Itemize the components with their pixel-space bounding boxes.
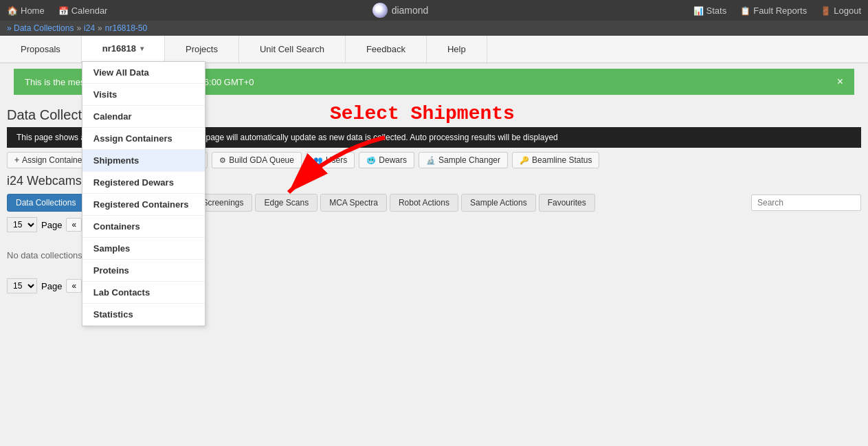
page-size-select-bottom[interactable]: 15 25 50 [7, 278, 37, 293]
assign-containers-label: Assign Containers [22, 155, 89, 165]
breadcrumb-data-collections[interactable]: » Data Collections [7, 23, 74, 33]
home-icon [7, 5, 18, 16]
dropdown-calendar[interactable]: Calendar [82, 106, 205, 128]
first-page-button[interactable]: « [66, 218, 82, 232]
build-gda-queue-label: Build GDA Queue [229, 155, 294, 165]
tab-proposals[interactable]: Proposals [0, 36, 82, 63]
home-label: Home [21, 5, 45, 16]
page-size-select[interactable]: 15 25 50 [7, 217, 37, 232]
beamline-status-button[interactable]: Beamline Status [512, 152, 599, 168]
sub-tab-edge-scans[interactable]: Edge Scans [255, 194, 318, 212]
dropdown-samples[interactable]: Samples [82, 238, 205, 260]
dewars-label: Dewars [379, 155, 407, 165]
search-input[interactable] [751, 194, 861, 211]
tab-nr16818[interactable]: nr16818 ▾ View All Data Visits Calendar … [82, 36, 165, 63]
sample-changer-label: Sample Changer [438, 155, 500, 165]
tab-projects[interactable]: Projects [165, 36, 239, 63]
logout-label: Logout [834, 5, 861, 16]
tab-nr16818-label: nr16818 [102, 43, 136, 54]
fault-icon [740, 5, 750, 16]
home-link[interactable]: Home [7, 5, 45, 16]
calendar-link[interactable]: Calendar [58, 5, 108, 16]
tab-feedback[interactable]: Feedback [346, 36, 427, 63]
dropdown-registered-containers[interactable]: Registered Containers [82, 194, 205, 216]
dropdown-containers[interactable]: Containers [82, 216, 205, 238]
tab-unit-cell-search[interactable]: Unit Cell Search [239, 36, 346, 63]
main-tabs: Proposals nr16818 ▾ View All Data Visits… [0, 36, 868, 63]
dropdown-shipments[interactable]: Shipments [82, 150, 205, 172]
sub-tab-mca-spectra[interactable]: MCA Spectra [320, 194, 387, 212]
top-nav-right: Stats Fault Reports Logout [693, 5, 861, 16]
tab-unit-cell-search-label: Unit Cell Search [260, 44, 324, 54]
fault-reports-label: Fault Reports [753, 5, 807, 16]
sub-tab-sample-actions[interactable]: Sample Actions [461, 194, 536, 212]
users-button[interactable]: Users [306, 152, 355, 168]
top-nav: Home Calendar diamond Stats Fault Report… [0, 0, 868, 21]
dewars-button[interactable]: Dewars [359, 152, 414, 168]
stats-link[interactable]: Stats [693, 5, 727, 16]
breadcrumb-sep-1: » [76, 23, 81, 33]
plus-icon [14, 155, 19, 165]
breadcrumb-nr16818-50[interactable]: nr16818-50 [105, 23, 147, 33]
dropdown-registered-dewars[interactable]: Registered Dewars [82, 172, 205, 194]
page-label: Page [41, 220, 62, 230]
sub-tab-data-collections[interactable]: Data Collections [7, 194, 85, 212]
dewars-icon [366, 155, 376, 165]
fault-reports-link[interactable]: Fault Reports [740, 5, 807, 16]
alert-close-button[interactable]: × [837, 76, 843, 88]
logout-link[interactable]: Logout [821, 5, 861, 16]
tab-projects-label: Projects [186, 44, 218, 54]
diamond-logo-icon [372, 3, 388, 18]
dropdown-assign-containers[interactable]: Assign Containers [82, 128, 205, 150]
dropdown-statistics[interactable]: Statistics [82, 304, 205, 326]
dropdown-arrow-icon: ▾ [140, 45, 144, 52]
nr16818-dropdown: View All Data Visits Calendar Assign Con… [82, 61, 205, 326]
tab-feedback-label: Feedback [366, 44, 405, 54]
breadcrumb-sep-2: » [98, 23, 102, 33]
sample-changer-button[interactable]: Sample Changer [419, 152, 508, 168]
brand-center: diamond [372, 3, 429, 18]
breadcrumb: » Data Collections » i24 » nr16818-50 [0, 21, 868, 36]
beamline-status-label: Beamline Status [532, 155, 592, 165]
first-page-button-bottom[interactable]: « [66, 279, 82, 293]
top-nav-left: Home Calendar [7, 5, 107, 16]
sample-changer-icon [426, 155, 436, 165]
users-icon [313, 155, 323, 165]
dropdown-visits[interactable]: Visits [82, 84, 205, 106]
tab-help-label: Help [447, 44, 466, 54]
dropdown-view-all-data[interactable]: View All Data [82, 62, 205, 84]
calendar-label: Calendar [71, 5, 108, 16]
stats-label: Stats [706, 5, 727, 16]
sub-tab-favourites[interactable]: Favourites [539, 194, 595, 212]
logout-icon [821, 5, 831, 16]
section-title-text: i24 Webcams & [7, 174, 93, 188]
page-label-bottom: Page [41, 281, 62, 291]
brand-name: diamond [392, 5, 429, 16]
gear-icon [219, 155, 226, 165]
users-label: Users [326, 155, 347, 165]
calendar-icon [58, 5, 69, 16]
breadcrumb-i24[interactable]: i24 [84, 23, 95, 33]
dropdown-proteins[interactable]: Proteins [82, 260, 205, 282]
tab-help[interactable]: Help [427, 36, 487, 63]
stats-icon [693, 5, 704, 16]
beamline-icon [520, 155, 529, 165]
build-gda-queue-button[interactable]: Build GDA Queue [212, 152, 302, 168]
tab-proposals-label: Proposals [21, 44, 60, 54]
dropdown-lab-contacts[interactable]: Lab Contacts [82, 282, 205, 304]
sub-tab-robot-actions[interactable]: Robot Actions [390, 194, 458, 212]
